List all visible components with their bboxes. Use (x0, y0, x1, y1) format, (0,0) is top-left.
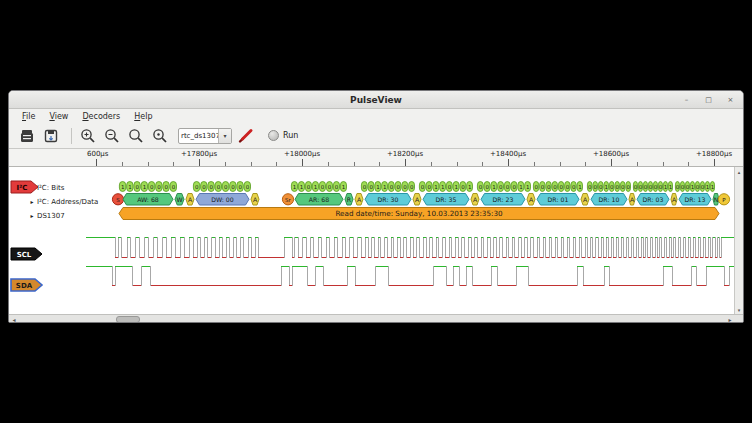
annotation-text: DR: 13 (685, 196, 706, 203)
annotation-text: ▸ (30, 198, 33, 205)
i2c-annotation-ack[interactable]: A (629, 194, 635, 206)
annotation-text: 1 (300, 184, 304, 190)
timeline-ruler[interactable]: 600µs+17800µs+18000µs+18200µs+18400µs+18… (9, 149, 743, 167)
trace-canvas: I²C: Bits▸I²C: Address/Data▸DS1307Read d… (9, 167, 744, 314)
annotation-text: 0 (506, 184, 510, 190)
scroll-up-icon[interactable]: ▴ (735, 167, 743, 176)
bit-annotation-group[interactable]: 11010000 (119, 182, 176, 192)
annotation-text: 0 (238, 184, 242, 190)
menu-file[interactable]: File (15, 112, 42, 121)
i2c-annotation-dr[interactable]: DR: 30 (365, 194, 411, 206)
scroll-left-icon[interactable]: ◂ (9, 315, 19, 323)
bit-annotation-group[interactable]: 00100011 (477, 182, 530, 192)
window-title: PulseView (350, 95, 402, 105)
i2c-annotation-dr[interactable]: DR: 23 (481, 194, 525, 206)
bit-annotation-group[interactable]: 00000001 (533, 182, 582, 192)
i2c-annotation-ar[interactable]: AR: 68 (295, 194, 343, 206)
ruler-label: +18000µs (284, 150, 320, 158)
i2c-decoder-tag[interactable]: I²C (11, 181, 38, 193)
i2c-annotation-bit[interactable]: R (345, 194, 353, 206)
minimize-button[interactable]: – (680, 93, 693, 106)
save-session-button[interactable] (41, 126, 61, 146)
trace-view[interactable]: I²C: Bits▸I²C: Address/Data▸DS1307Read d… (9, 167, 743, 314)
i2c-annotation-dr[interactable]: DR: 35 (423, 194, 469, 206)
annotation-text: I²C: Bits (37, 184, 65, 192)
menu-bar: FileViewDecodersHelp (9, 109, 743, 123)
i2c-annotation-ack[interactable]: A (581, 194, 589, 206)
i2c-annotation-aw[interactable]: AW: 68 (123, 194, 173, 206)
minor-tick (173, 162, 174, 166)
annotation-text: 0 (369, 184, 373, 190)
bit-annotation-group[interactable]: 11010001 (291, 182, 346, 192)
i2c-annotation-start[interactable]: S (112, 194, 123, 205)
open-file-icon (19, 128, 35, 144)
bit-annotation-group[interactable]: 00010000 (587, 182, 630, 192)
annotation-text: 0 (202, 184, 206, 190)
annotation-text: 0 (541, 184, 545, 190)
zoom-one-to-one-button[interactable] (150, 126, 170, 146)
bit-annotation-group[interactable]: 00000011 (633, 182, 672, 192)
annotation-text: S (116, 197, 120, 203)
i2c-annotation-ack[interactable]: A (527, 194, 535, 206)
scroll-down-icon[interactable]: ▾ (735, 305, 743, 314)
ruler-label: +18200µs (387, 150, 423, 158)
i2c-annotation-ack[interactable]: A (413, 194, 421, 206)
sda-signal-tag[interactable]: SDA (11, 279, 42, 291)
i2c-annotation-dw[interactable]: DW: 00 (196, 194, 249, 206)
annotation-text: 0 (217, 184, 221, 190)
zoom-out-button[interactable] (102, 126, 122, 146)
menu-help[interactable]: Help (127, 112, 159, 121)
zoom-in-button[interactable] (78, 126, 98, 146)
annotation-text: 1 (342, 184, 346, 190)
i2c-annotation-bit[interactable]: W (175, 194, 184, 206)
open-file-button[interactable] (17, 126, 37, 146)
i2c-annotation-ack[interactable]: A (355, 194, 363, 206)
annotation-text: 0 (654, 184, 658, 190)
chevron-down-icon[interactable]: ▾ (218, 129, 231, 143)
minor-tick (379, 162, 380, 166)
annotation-text: 1 (383, 184, 387, 190)
annotation-text: 0 (659, 184, 663, 190)
annotation-text: Sr (285, 197, 291, 203)
i2c-annotation-stop[interactable]: P (718, 194, 729, 205)
horizontal-scrollbar[interactable]: ◂ ▸ (9, 314, 743, 323)
major-tick (302, 159, 303, 166)
menu-view[interactable]: View (42, 112, 75, 121)
run-button[interactable]: Run (268, 130, 298, 141)
i2c-annotation-dr[interactable]: DR: 03 (637, 194, 669, 206)
annotation-text: 0 (676, 184, 680, 190)
i2c-annotation-rstart[interactable]: Sr (282, 194, 293, 205)
annotation-text: 1 (468, 184, 472, 190)
i2c-annotation-ack[interactable]: A (251, 194, 259, 206)
channels-button[interactable] (236, 126, 256, 146)
zoom-fit-button[interactable] (126, 126, 146, 146)
vertical-scrollbar[interactable]: ▴ ▾ (734, 167, 743, 314)
menu-decoders[interactable]: Decoders (75, 112, 127, 121)
bit-annotation-group[interactable]: 00010011 (675, 182, 714, 192)
ds1307-annotation[interactable]: Read date/time: Sunday, 10.03.2013 23:35… (119, 208, 719, 220)
i2c-annotation-ack[interactable]: A (671, 194, 677, 206)
annotation-text: 1 (605, 184, 609, 190)
annotation-text: SDA (16, 282, 33, 290)
titlebar[interactable]: PulseView –□× (9, 91, 743, 109)
i2c-annotation-dr[interactable]: DR: 13 (679, 194, 711, 206)
annotation-text: 0 (363, 184, 367, 190)
scroll-right-icon[interactable]: ▸ (725, 315, 735, 323)
i2c-annotation-dr[interactable]: DR: 01 (537, 194, 579, 206)
i2c-annotation-ack[interactable]: A (471, 194, 479, 206)
i2c-annotation-ack[interactable]: A (186, 194, 194, 206)
scl-signal-tag[interactable]: SCL (11, 248, 42, 260)
close-button[interactable]: × (724, 93, 737, 106)
minor-tick (354, 162, 355, 166)
minor-tick (482, 162, 483, 166)
device-select[interactable]: rtc_ds1307_2 ▾ (178, 128, 232, 144)
maximize-button[interactable]: □ (702, 93, 715, 106)
annotation-text: DW: 00 (211, 196, 234, 203)
horizontal-scrollbar-thumb[interactable] (116, 316, 140, 323)
i2c-annotation-dr[interactable]: DR: 10 (591, 194, 627, 206)
major-tick (96, 159, 97, 166)
bit-annotation-group[interactable]: 00110101 (419, 182, 472, 192)
bit-annotation-group[interactable]: 00000000 (193, 182, 250, 192)
annotation-text: 0 (321, 184, 325, 190)
bit-annotation-group[interactable]: 00110000 (361, 182, 414, 192)
